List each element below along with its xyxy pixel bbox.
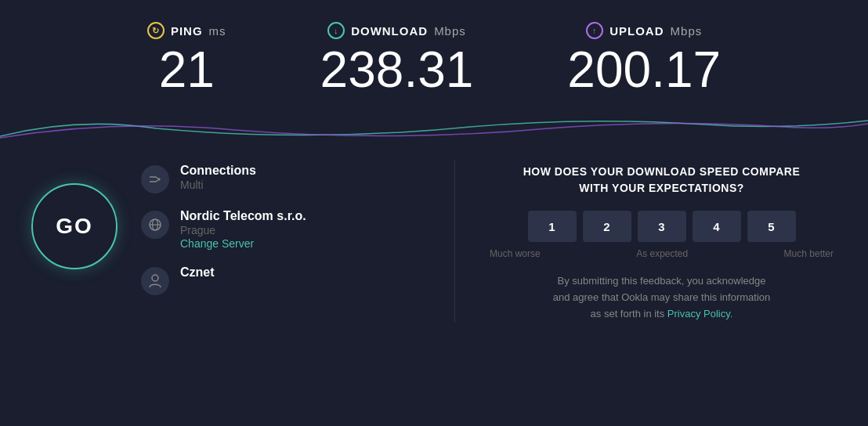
download-stat: ↓ DOWNLOAD Mbps 238.31 — [320, 22, 474, 97]
download-label-text: DOWNLOAD — [351, 24, 428, 38]
rating-row: 1 2 3 4 5 — [486, 211, 837, 242]
ping-icon: ↻ — [147, 22, 165, 39]
download-label: ↓ DOWNLOAD Mbps — [327, 22, 466, 39]
rating-1[interactable]: 1 — [528, 211, 577, 242]
change-server-link[interactable]: Change Server — [180, 237, 306, 250]
svg-line-3 — [156, 179, 159, 182]
upload-unit: Mbps — [671, 24, 703, 38]
isp-row: Nordic Telecom s.r.o. Prague Change Serv… — [141, 209, 306, 250]
isp-content: Nordic Telecom s.r.o. Prague Change Serv… — [180, 209, 306, 250]
rating-3[interactable]: 3 — [638, 211, 686, 242]
rating-4[interactable]: 4 — [693, 211, 741, 242]
connections-title: Connections — [180, 164, 256, 178]
feedback-section: HOW DOES YOUR DOWNLOAD SPEED COMPAREWITH… — [486, 160, 837, 322]
user-content: Cznet — [180, 265, 215, 280]
label-high: Much better — [784, 248, 834, 259]
app-container: ↻ PING ms 21 ↓ DOWNLOAD Mbps 238.31 ↑ UP… — [0, 0, 868, 426]
ping-value: 21 — [159, 42, 215, 97]
connections-icon — [141, 165, 169, 193]
ping-stat: ↻ PING ms 21 — [147, 22, 226, 97]
download-icon: ↓ — [327, 22, 345, 39]
rating-2[interactable]: 2 — [583, 211, 631, 242]
wave-decoration — [0, 113, 868, 144]
label-low: Much worse — [490, 248, 541, 259]
info-list: Connections Multi Nordic Telecom — [141, 160, 306, 295]
download-unit: Mbps — [434, 24, 466, 38]
left-section: GO Connections — [31, 160, 423, 322]
upload-label: ↑ UPLOAD Mbps — [586, 22, 702, 39]
feedback-period: . — [730, 308, 733, 320]
upload-icon: ↑ — [586, 22, 603, 39]
isp-city: Prague — [180, 224, 306, 236]
go-button-wrapper[interactable]: GO — [31, 183, 118, 269]
connections-subtitle: Multi — [180, 179, 256, 191]
rating-labels: Much worse As expected Much better — [486, 248, 837, 259]
user-name: Cznet — [180, 265, 215, 280]
label-mid: As expected — [636, 248, 688, 259]
download-value: 238.31 — [320, 42, 474, 97]
svg-marker-4 — [159, 178, 161, 181]
bottom-section: GO Connections — [0, 144, 868, 338]
feedback-title: HOW DOES YOUR DOWNLOAD SPEED COMPAREWITH… — [486, 164, 837, 197]
ping-label: ↻ PING ms — [147, 22, 226, 39]
ping-label-text: PING — [171, 24, 203, 38]
section-divider — [454, 160, 455, 322]
go-button[interactable]: GO — [31, 183, 118, 269]
connections-content: Connections Multi — [180, 164, 256, 191]
rating-5[interactable]: 5 — [747, 211, 796, 242]
connections-row: Connections Multi — [141, 164, 306, 193]
ping-unit: ms — [209, 24, 226, 38]
user-row: Cznet — [141, 265, 306, 295]
upload-value: 200.17 — [567, 42, 721, 97]
user-icon — [141, 267, 169, 295]
isp-name: Nordic Telecom s.r.o. — [180, 209, 306, 223]
stats-bar: ↻ PING ms 21 ↓ DOWNLOAD Mbps 238.31 ↑ UP… — [0, 0, 868, 113]
svg-point-8 — [152, 275, 158, 281]
upload-label-text: UPLOAD — [609, 24, 664, 38]
privacy-policy-link[interactable]: Privacy Policy — [667, 308, 730, 320]
isp-icon — [141, 211, 169, 239]
feedback-note: By submitting this feedback, you acknowl… — [486, 273, 837, 322]
upload-stat: ↑ UPLOAD Mbps 200.17 — [567, 22, 721, 97]
